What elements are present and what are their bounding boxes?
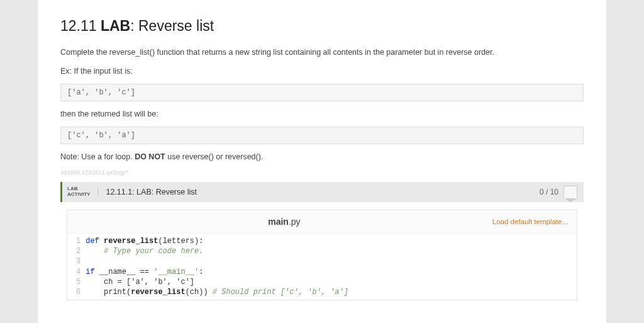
note-pre: Note: Use a for loop. xyxy=(60,152,135,161)
activity-type-label: LAB ACTIVITY xyxy=(67,186,97,198)
score-badge-icon xyxy=(564,186,577,198)
code-txt: (letters): xyxy=(158,237,203,246)
load-default-template-link[interactable]: Load default template... xyxy=(492,218,568,225)
description-line-3: then the returned list will be: xyxy=(60,108,584,120)
code-kw: def xyxy=(86,237,104,246)
line-number: 1 xyxy=(76,236,80,246)
heading-bold: LAB xyxy=(101,18,130,34)
activity-title: 12.11.1: LAB: Reverse list xyxy=(97,188,540,196)
lab-card: 12.11 LAB: Reverse list Complete the rev… xyxy=(38,0,606,323)
line-number: 6 xyxy=(76,287,80,297)
input-example-block: ['a', 'b', 'c'] xyxy=(60,84,584,101)
code-txt: (ch)) xyxy=(186,288,213,297)
activity-type-line2: ACTIVITY xyxy=(67,192,90,198)
code-str: '__main__' xyxy=(153,268,199,276)
code-fn: reverse_list xyxy=(131,288,185,297)
line-number: 4 xyxy=(76,267,80,277)
code-comment: # Should print ['c', 'b', 'a'] xyxy=(213,288,348,297)
code-editor: main.py Load default template... 1 2 3 4… xyxy=(67,210,577,300)
code-txt: __name__ == xyxy=(99,268,153,276)
code-txt: print( xyxy=(86,288,131,297)
note-line: Note: Use a for loop. DO NOT use reverse… xyxy=(60,150,584,163)
description-line-1: Complete the reverse_list() function tha… xyxy=(60,46,584,59)
heading-prefix: 12.11 xyxy=(60,18,97,34)
heading-suffix: : Reverse list xyxy=(130,18,214,34)
code-content[interactable]: def reverse_list(letters): # Type your c… xyxy=(86,234,577,300)
note-post: use reverse() or reversed(). xyxy=(165,152,264,161)
filename-ext: .py xyxy=(289,217,301,227)
line-number: 5 xyxy=(76,277,80,287)
line-number: 3 xyxy=(76,256,80,266)
output-example-block: ['c', 'b', 'a'] xyxy=(60,127,584,144)
filename: main.py xyxy=(76,217,492,227)
line-number-gutter: 1 2 3 4 5 6 xyxy=(67,234,86,300)
line-number: 2 xyxy=(76,246,80,256)
tiny-id: 331600.1732514.qx3zqy7 xyxy=(60,169,584,176)
lab-heading: 12.11 LAB: Reverse list xyxy=(60,18,584,35)
description-line-2: Ex: If the input list is: xyxy=(60,65,584,77)
note-bold: DO NOT xyxy=(135,152,165,161)
code-area[interactable]: 1 2 3 4 5 6 def reverse_list(letters): #… xyxy=(67,234,577,300)
code-txt: : xyxy=(199,268,203,276)
code-comment: # Type your code here. xyxy=(86,247,203,256)
code-fn: reverse_list xyxy=(104,237,158,246)
editor-header: main.py Load default template... xyxy=(67,210,577,234)
code-txt: ch = ['a', 'b', 'c'] xyxy=(86,278,194,286)
code-kw: if xyxy=(86,268,99,276)
activity-bar: LAB ACTIVITY 12.11.1: LAB: Reverse list … xyxy=(60,182,584,202)
activity-score: 0 / 10 xyxy=(540,188,564,196)
filename-base: main xyxy=(268,217,289,227)
